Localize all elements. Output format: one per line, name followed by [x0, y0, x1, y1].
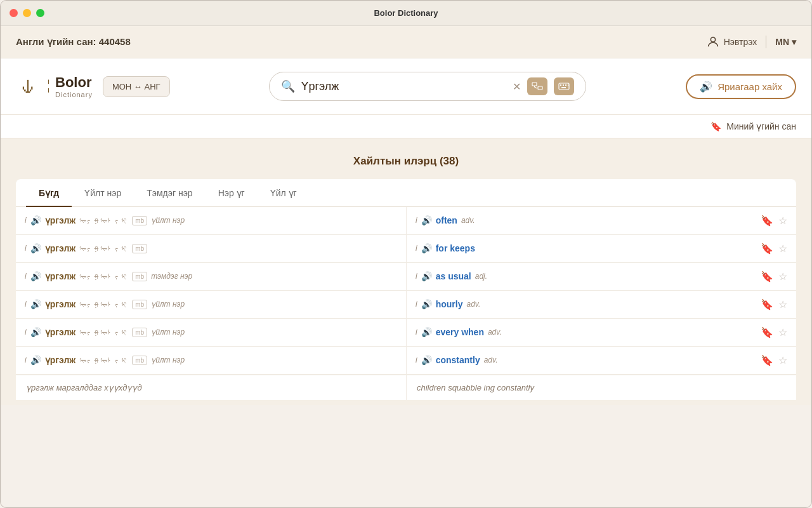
- audio-icon[interactable]: 🔊: [30, 327, 41, 337]
- voice-search-button[interactable]: 🔊 Яриагаар хайх: [686, 74, 796, 99]
- translate-icon: [532, 82, 543, 91]
- mn-script: ᠦᠷᠭᠦᠯᠵᠢ: [79, 328, 128, 336]
- audio-icon[interactable]: 🔊: [421, 355, 432, 365]
- audio-icon[interactable]: 🔊: [421, 299, 432, 309]
- info-icon[interactable]: i: [416, 328, 417, 337]
- en-word[interactable]: often: [436, 215, 457, 225]
- cell-actions: 🔖 ☆: [761, 326, 787, 338]
- en-word[interactable]: as usual: [436, 271, 471, 281]
- bookmark-icon: 🔖: [710, 121, 721, 131]
- en-word[interactable]: constantly: [436, 355, 480, 365]
- info-icon[interactable]: i: [416, 300, 417, 309]
- info-icon[interactable]: i: [416, 356, 417, 364]
- bookmark-icon[interactable]: 🔖: [761, 326, 773, 338]
- cell-actions: 🔖 ☆: [761, 354, 787, 366]
- table-row: i 🔊 үргэлж ᠦᠷᠭᠦᠯᠵᠢ mb үйлт нэр i 🔊 often…: [16, 207, 796, 235]
- tag: mb: [132, 300, 147, 309]
- table-row: i 🔊 үргэлж ᠦᠷᠭᠦᠯᠵᠢ mb үйлт нэр i 🔊 hourl…: [16, 291, 796, 319]
- svg-rect-8: [563, 84, 564, 86]
- header-right: Нэвтрэх MN ▾: [706, 35, 796, 49]
- svg-rect-7: [560, 84, 561, 86]
- info-icon[interactable]: i: [25, 272, 27, 281]
- cell-mn: i 🔊 үргэлж ᠦᠷᠭᠦᠯᠵᠢ mb үйлт нэр: [16, 291, 406, 318]
- table-row: i 🔊 үргэлж ᠦᠷᠭᠦᠯᠵᠢ mb үйлт нэр i 🔊 const…: [16, 347, 796, 375]
- en-word[interactable]: every when: [436, 327, 484, 337]
- mn-script: ᠦᠷᠭᠦᠯᠵᠢ: [79, 244, 128, 252]
- search-input[interactable]: [301, 80, 506, 93]
- bookmark-icon[interactable]: 🔖: [761, 271, 773, 283]
- cell-en: i 🔊 as usual adj. 🔖 ☆: [406, 263, 796, 290]
- info-icon[interactable]: i: [25, 328, 27, 337]
- star-icon[interactable]: ☆: [778, 215, 787, 227]
- tab-verb[interactable]: Үйл үг: [258, 179, 310, 207]
- star-icon[interactable]: ☆: [778, 243, 787, 255]
- search-left: 𑀬𑀤 Bolor Dictionary МОН ↔ АНГ: [16, 70, 170, 103]
- maximize-button[interactable]: [36, 9, 44, 17]
- mn-script: ᠦᠷᠭᠦᠯᠵᠢ: [79, 272, 128, 280]
- cell-en: i 🔊 constantly adv. 🔖 ☆: [406, 347, 796, 374]
- info-icon[interactable]: i: [416, 216, 417, 225]
- keyboard-icon-button[interactable]: [554, 77, 574, 95]
- star-icon[interactable]: ☆: [778, 271, 787, 283]
- info-icon[interactable]: i: [25, 216, 27, 225]
- audio-icon[interactable]: 🔊: [30, 355, 41, 365]
- bookmark-icon[interactable]: 🔖: [761, 298, 773, 311]
- audio-icon[interactable]: 🔊: [421, 271, 432, 281]
- bookmark-icon[interactable]: 🔖: [761, 215, 773, 227]
- audio-icon[interactable]: 🔊: [30, 271, 41, 281]
- tab-adj[interactable]: Тэмдэг нэр: [134, 179, 205, 207]
- audio-icon[interactable]: 🔊: [421, 243, 432, 253]
- cell-mn: i 🔊 үргэлж ᠦᠷᠭᠦᠯᠵᠢ mb үйлт нэр: [16, 347, 406, 374]
- svg-text:𑀬𑀤: 𑀬𑀤: [18, 74, 49, 99]
- cell-en: i 🔊 for keeps 🔖 ☆: [406, 235, 796, 262]
- minimize-button[interactable]: [23, 9, 31, 17]
- en-word[interactable]: for keeps: [436, 243, 475, 253]
- info-icon[interactable]: i: [25, 300, 27, 309]
- vocab-count: 440458: [99, 36, 131, 47]
- en-pos: adj.: [475, 272, 487, 281]
- tab-verb-noun[interactable]: Үйлт нэр: [72, 179, 134, 207]
- audio-icon[interactable]: 🔊: [30, 215, 41, 225]
- search-icons: [527, 77, 574, 95]
- brand-sub: Dictionary: [55, 91, 93, 98]
- en-pos: adv.: [466, 300, 480, 309]
- login-area[interactable]: Нэвтрэх: [706, 35, 757, 49]
- info-icon[interactable]: i: [416, 244, 417, 253]
- info-icon[interactable]: i: [25, 356, 27, 364]
- info-icon[interactable]: i: [416, 272, 417, 281]
- footer-mn: үргэлж маргалддаг хүүхдүүд: [16, 375, 406, 400]
- star-icon[interactable]: ☆: [778, 354, 787, 366]
- translate-icon-button[interactable]: [527, 77, 547, 95]
- audio-icon[interactable]: 🔊: [30, 299, 41, 309]
- audio-icon[interactable]: 🔊: [421, 215, 432, 225]
- bookmark-icon[interactable]: 🔖: [761, 354, 773, 366]
- cell-mn: i 🔊 үргэлж ᠦᠷᠭᠦᠯᠵᠢ mb тэмдэг нэр: [16, 263, 406, 290]
- logo-text: Bolor Dictionary: [55, 74, 93, 98]
- clear-icon[interactable]: ✕: [513, 81, 521, 93]
- tab-noun[interactable]: Нэр үг: [206, 179, 258, 207]
- audio-icon[interactable]: 🔊: [421, 327, 432, 337]
- table-row: i 🔊 үргэлж ᠦᠷᠭᠦᠯᠵᠢ mb i 🔊 for keeps 🔖 ☆: [16, 235, 796, 263]
- tag: mb: [132, 216, 147, 225]
- close-button[interactable]: [10, 9, 18, 17]
- star-icon[interactable]: ☆: [778, 298, 787, 311]
- bookmark-icon[interactable]: 🔖: [761, 243, 773, 255]
- tag: mb: [132, 356, 147, 365]
- window-controls: [10, 9, 44, 17]
- tag: mb: [132, 244, 147, 253]
- en-pos: adv.: [484, 356, 498, 364]
- language-selector[interactable]: MN ▾: [775, 37, 796, 47]
- star-icon[interactable]: ☆: [778, 326, 787, 338]
- en-word[interactable]: hourly: [436, 299, 463, 309]
- lang-switch-button[interactable]: МОН ↔ АНГ: [103, 76, 170, 97]
- my-wordlist-link[interactable]: 🔖 Миний үгийн сан: [710, 121, 796, 131]
- results-table: Бүгд Үйлт нэр Тэмдэг нэр Нэр үг Үйл үг i…: [16, 179, 796, 400]
- mn-script: ᠦᠷᠭᠦᠯᠵᠢ: [79, 300, 128, 308]
- pos: тэмдэг нэр: [151, 272, 192, 281]
- vocab-label: Англи үгийн сан:: [16, 36, 96, 47]
- info-icon[interactable]: i: [25, 244, 27, 253]
- tab-all[interactable]: Бүгд: [26, 179, 72, 207]
- titlebar: Bolor Dictionary: [1, 1, 811, 26]
- pos: үйлт нэр: [151, 328, 185, 337]
- audio-icon[interactable]: 🔊: [30, 243, 41, 253]
